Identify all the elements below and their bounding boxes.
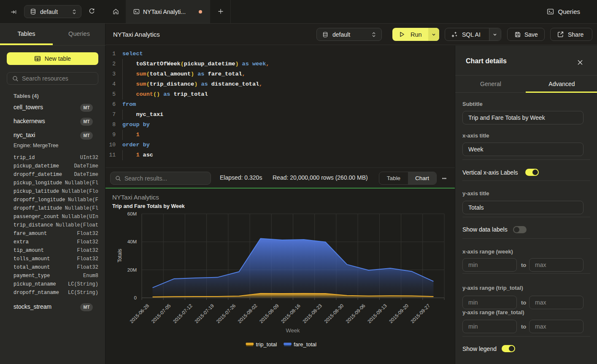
svg-text:2015-06-28: 2015-06-28: [129, 303, 150, 324]
svg-text:2015-09-13: 2015-09-13: [367, 303, 388, 324]
svg-text:0: 0: [134, 295, 137, 300]
svg-text:Week: Week: [286, 327, 300, 334]
svg-text:2015-08-23: 2015-08-23: [302, 303, 323, 324]
svg-text:trip_total: trip_total: [256, 341, 277, 348]
svg-text:2015-07-19: 2015-07-19: [194, 303, 215, 324]
svg-text:2015-07-26: 2015-07-26: [215, 303, 236, 324]
svg-text:2015-07-12: 2015-07-12: [172, 303, 193, 324]
svg-text:NYTaxi Analytics: NYTaxi Analytics: [112, 194, 159, 201]
svg-text:60M: 60M: [127, 211, 137, 216]
svg-text:Totals: Totals: [117, 249, 123, 263]
svg-text:2015-08-02: 2015-08-02: [237, 303, 258, 324]
svg-text:2015-08-09: 2015-08-09: [259, 303, 280, 324]
svg-text:2015-09-27: 2015-09-27: [410, 303, 431, 324]
svg-text:fare_total: fare_total: [294, 341, 316, 348]
svg-text:Trip and Fare Totals by Week: Trip and Fare Totals by Week: [112, 203, 185, 209]
svg-text:40M: 40M: [127, 239, 137, 244]
svg-text:2015-08-30: 2015-08-30: [323, 303, 344, 324]
svg-text:2015-09-20: 2015-09-20: [388, 303, 409, 324]
svg-text:20M: 20M: [127, 267, 137, 272]
svg-text:2015-08-16: 2015-08-16: [280, 303, 301, 324]
svg-text:2015-07-05: 2015-07-05: [151, 303, 172, 324]
svg-text:2015-09-06: 2015-09-06: [345, 303, 366, 324]
